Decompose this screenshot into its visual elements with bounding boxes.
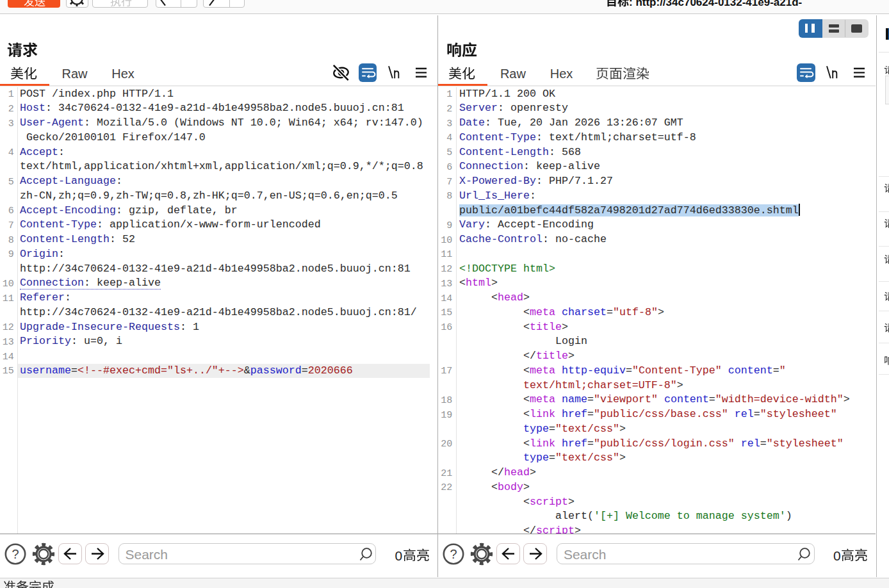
svg-text:?: ? bbox=[450, 547, 457, 561]
svg-text:?: ? bbox=[12, 547, 19, 561]
